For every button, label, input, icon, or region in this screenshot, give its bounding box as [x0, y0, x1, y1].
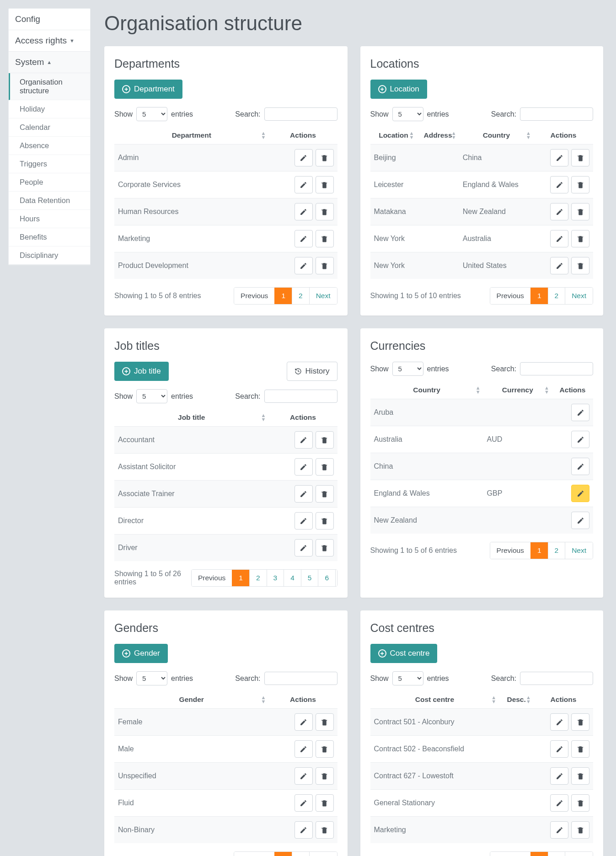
col-address[interactable]: Address▲▼ [417, 127, 459, 144]
edit-button[interactable] [295, 176, 313, 193]
sidebar-item-data-retention[interactable]: Data Retention [9, 192, 90, 210]
add-location-button[interactable]: + Location [370, 80, 427, 99]
edit-button[interactable] [550, 713, 568, 731]
edit-button[interactable] [295, 149, 313, 166]
delete-button[interactable] [571, 203, 589, 220]
edit-button[interactable] [550, 230, 568, 247]
edit-button[interactable] [571, 485, 589, 502]
pager-next[interactable]: Next [309, 288, 337, 304]
pager-prev[interactable]: Previous [490, 542, 530, 559]
delete-button[interactable] [316, 821, 334, 839]
costcentres-search-input[interactable] [520, 672, 593, 685]
col-desc[interactable]: Desc.▲▼ [499, 691, 534, 709]
pager-next[interactable]: Next [565, 542, 593, 559]
add-costcentre-button[interactable]: + Cost centre [370, 644, 438, 663]
genders-pagesize-select[interactable]: 5 [136, 671, 167, 685]
edit-button[interactable] [571, 431, 589, 448]
locations-pagesize-select[interactable]: 5 [392, 107, 423, 121]
costcentres-pagesize-select[interactable]: 5 [392, 671, 423, 685]
pager-page[interactable]: 6 [318, 570, 335, 586]
genders-search-input[interactable] [264, 672, 337, 685]
departments-pagesize-select[interactable]: 5 [136, 107, 167, 121]
sidebar-item-disciplinary[interactable]: Disciplinary [9, 246, 90, 264]
jobtitles-search-input[interactable] [264, 390, 337, 403]
delete-button[interactable] [316, 458, 334, 476]
pager-page[interactable]: 1 [530, 542, 548, 559]
sidebar-section-config[interactable]: Config [9, 9, 90, 30]
edit-button[interactable] [295, 740, 313, 758]
edit-button[interactable] [550, 767, 568, 785]
sidebar-item-people[interactable]: People [9, 173, 90, 192]
delete-button[interactable] [316, 767, 334, 785]
sidebar-item-organisation-structure[interactable]: Organisation structure [9, 73, 90, 100]
edit-button[interactable] [550, 149, 568, 166]
delete-button[interactable] [571, 257, 589, 274]
pager-page[interactable]: 1 [530, 852, 548, 856]
delete-button[interactable] [316, 431, 334, 449]
col-location[interactable]: Location▲▼ [370, 127, 417, 144]
edit-button[interactable] [550, 794, 568, 812]
pager-page[interactable]: 2 [292, 852, 309, 856]
col-cur-country[interactable]: Country▲▼ [370, 381, 483, 399]
delete-button[interactable] [571, 740, 589, 758]
pager-prev[interactable]: Previous [234, 852, 274, 856]
col-gender[interactable]: Gender▲▼ [114, 691, 269, 709]
locations-search-input[interactable] [520, 107, 593, 121]
edit-button[interactable] [295, 821, 313, 839]
delete-button[interactable] [316, 539, 334, 556]
delete-button[interactable] [571, 794, 589, 812]
edit-button[interactable] [550, 176, 568, 193]
sidebar-item-benefits[interactable]: Benefits [9, 228, 90, 246]
jobtitles-pagesize-select[interactable]: 5 [136, 389, 167, 403]
pager-next[interactable]: Next [309, 852, 337, 856]
edit-button[interactable] [550, 203, 568, 220]
edit-button[interactable] [295, 767, 313, 785]
pager-page[interactable]: 4 [284, 570, 301, 586]
col-department[interactable]: Department▲▼ [114, 127, 269, 144]
delete-button[interactable] [316, 176, 334, 193]
edit-button[interactable] [571, 404, 589, 421]
pager-prev[interactable]: Previous [192, 570, 232, 586]
currencies-pagesize-select[interactable]: 5 [392, 362, 423, 376]
delete-button[interactable] [571, 149, 589, 166]
departments-search-input[interactable] [264, 107, 337, 121]
pager-prev[interactable]: Previous [490, 288, 530, 304]
delete-button[interactable] [571, 767, 589, 785]
sidebar-item-hours[interactable]: Hours [9, 210, 90, 228]
edit-button[interactable] [550, 740, 568, 758]
edit-button[interactable] [295, 713, 313, 731]
sidebar-item-holiday[interactable]: Holiday [9, 100, 90, 118]
edit-button[interactable] [571, 512, 589, 529]
pager-page[interactable]: 1 [530, 288, 548, 304]
sidebar-item-triggers[interactable]: Triggers [9, 155, 90, 173]
delete-button[interactable] [316, 485, 334, 503]
delete-button[interactable] [316, 794, 334, 812]
currencies-search-input[interactable] [520, 362, 593, 375]
pager-page[interactable]: 3 [267, 570, 284, 586]
edit-button[interactable] [295, 257, 313, 274]
edit-button[interactable] [571, 458, 589, 475]
history-button[interactable]: History [287, 362, 337, 381]
delete-button[interactable] [316, 713, 334, 731]
col-cur-currency[interactable]: Currency▲▼ [483, 381, 552, 399]
pager-page[interactable]: 2 [292, 288, 309, 304]
pager-next[interactable]: Next [335, 570, 337, 586]
pager-next[interactable]: Next [565, 852, 593, 856]
pager-prev[interactable]: Previous [490, 852, 530, 856]
sidebar-item-calendar[interactable]: Calendar [9, 118, 90, 137]
edit-button[interactable] [295, 485, 313, 503]
delete-button[interactable] [571, 230, 589, 247]
pager-prev[interactable]: Previous [234, 288, 274, 304]
sidebar-item-absence[interactable]: Absence [9, 137, 90, 155]
edit-button[interactable] [295, 230, 313, 247]
delete-button[interactable] [316, 203, 334, 220]
delete-button[interactable] [571, 821, 589, 839]
sidebar-section-system[interactable]: System ▲ [9, 52, 90, 73]
col-jobtitle[interactable]: Job title▲▼ [114, 409, 269, 427]
pager-page[interactable]: 1 [274, 852, 292, 856]
delete-button[interactable] [316, 512, 334, 530]
pager-page[interactable]: 2 [249, 570, 267, 586]
edit-button[interactable] [550, 257, 568, 274]
pager-page[interactable]: 1 [232, 570, 249, 586]
delete-button[interactable] [316, 230, 334, 247]
